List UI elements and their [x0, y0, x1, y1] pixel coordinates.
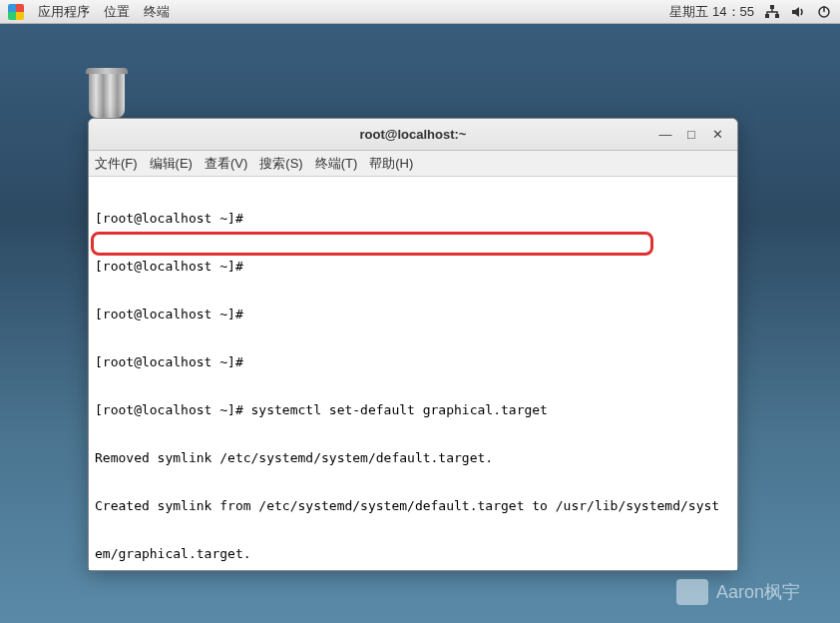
terminal-line: [root@localhost ~]#: [95, 259, 731, 275]
power-icon[interactable]: [816, 4, 832, 20]
trash-icon[interactable]: [86, 68, 128, 120]
window-title: root@localhost:~: [89, 127, 737, 142]
menu-search[interactable]: 搜索(S): [259, 155, 302, 173]
menu-file[interactable]: 文件(F): [95, 155, 138, 173]
svg-rect-1: [765, 14, 769, 18]
red-highlight-annotation: [91, 232, 653, 256]
menu-edit[interactable]: 编辑(E): [150, 155, 193, 173]
menu-view[interactable]: 查看(V): [205, 155, 247, 173]
svg-rect-0: [770, 5, 774, 9]
terminal-line: [root@localhost ~]#: [95, 354, 731, 370]
terminal-line-highlighted: [root@localhost ~]# systemctl set-defaul…: [95, 402, 731, 418]
volume-icon[interactable]: [790, 4, 806, 20]
terminal-line: [root@localhost ~]#: [95, 307, 731, 322]
watermark: Aaron枫宇: [676, 579, 800, 605]
menu-help[interactable]: 帮助(H): [369, 155, 413, 173]
terminal-line: [root@localhost ~]#: [95, 211, 731, 227]
minimize-button[interactable]: —: [659, 129, 671, 141]
terminal-line: Removed symlink /etc/systemd/system/defa…: [95, 450, 731, 466]
window-titlebar[interactable]: root@localhost:~ — □ ✕: [89, 119, 737, 151]
menu-terminal[interactable]: 终端(T): [315, 155, 358, 173]
terminal-line: em/graphical.target.: [95, 546, 731, 562]
terminal-menu[interactable]: 终端: [144, 3, 170, 21]
places-menu[interactable]: 位置: [104, 3, 130, 21]
svg-rect-2: [775, 14, 779, 18]
maximize-button[interactable]: □: [685, 129, 697, 141]
clock: 星期五 14：55: [669, 3, 754, 21]
applications-menu[interactable]: 应用程序: [38, 3, 90, 21]
terminal-window: root@localhost:~ — □ ✕ 文件(F) 编辑(E) 查看(V)…: [88, 118, 738, 571]
terminal-output[interactable]: [root@localhost ~]# [root@localhost ~]# …: [89, 177, 737, 570]
wechat-icon: [676, 579, 708, 605]
applications-icon[interactable]: [8, 4, 24, 20]
close-button[interactable]: ✕: [711, 129, 723, 141]
watermark-text: Aaron枫宇: [716, 580, 800, 604]
terminal-line: Created symlink from /etc/systemd/system…: [95, 498, 731, 514]
window-menubar: 文件(F) 编辑(E) 查看(V) 搜索(S) 终端(T) 帮助(H): [89, 151, 737, 177]
top-panel: 应用程序 位置 终端 星期五 14：55: [0, 0, 840, 24]
network-icon[interactable]: [764, 4, 780, 20]
